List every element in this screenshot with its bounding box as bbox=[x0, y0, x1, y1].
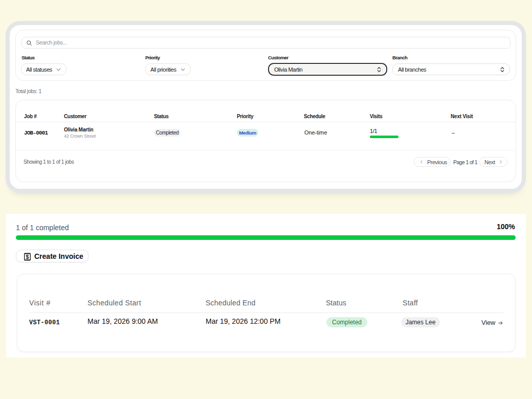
svg-text:$: $ bbox=[26, 254, 29, 260]
